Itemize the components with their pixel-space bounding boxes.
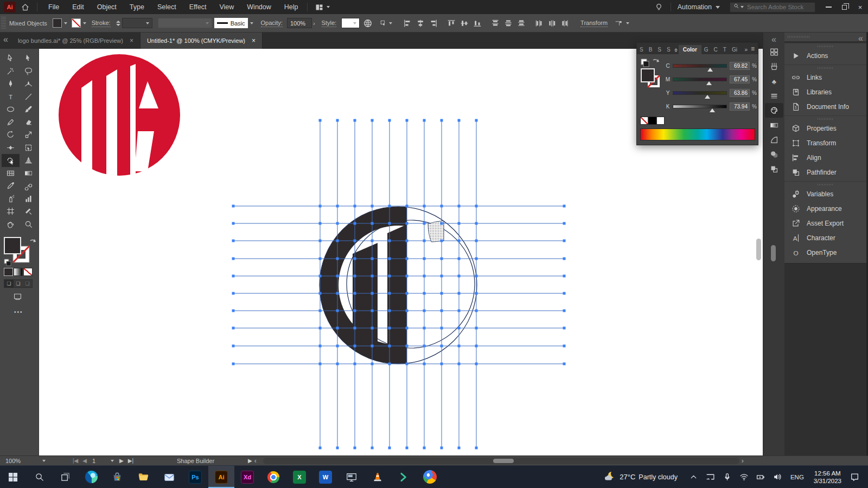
slider-thumb[interactable]: [707, 68, 713, 72]
style-label[interactable]: Style:: [322, 20, 337, 27]
channel-slider[interactable]: [673, 64, 727, 68]
close-tab-icon[interactable]: ×: [252, 37, 256, 44]
channel-slider[interactable]: [673, 91, 727, 95]
taskbar-edge-icon[interactable]: [78, 466, 104, 488]
hand-tool[interactable]: [2, 218, 20, 231]
stroke-color-dropdown[interactable]: [72, 18, 86, 28]
slider-thumb[interactable]: [705, 95, 710, 99]
fill-color-dropdown[interactable]: [53, 18, 67, 28]
line-segment-tool[interactable]: [20, 91, 37, 104]
panel-tab[interactable]: G: [701, 45, 711, 54]
width-tool[interactable]: [2, 142, 20, 155]
panel-item-actions[interactable]: Actions: [784, 48, 866, 63]
document-setup-icon[interactable]: [363, 18, 373, 28]
panel-tab[interactable]: S: [664, 45, 673, 54]
brush-definition-dropdown[interactable]: Basic: [214, 18, 248, 28]
menu-file[interactable]: File: [42, 0, 66, 14]
dock-gradient-icon[interactable]: [765, 118, 783, 132]
scroll-left-icon[interactable]: ‹: [254, 457, 257, 465]
dock-transparency-icon[interactable]: [765, 147, 783, 162]
wifi-icon[interactable]: [739, 472, 749, 481]
menu-select[interactable]: Select: [151, 0, 183, 14]
clock[interactable]: 12:56 AM 3/31/2023: [814, 470, 841, 485]
mesh-tool[interactable]: [2, 167, 20, 180]
panel-spin-icon[interactable]: [674, 48, 678, 52]
slice-tool[interactable]: [20, 205, 37, 218]
panel-tab[interactable]: Gi: [729, 45, 740, 54]
panel-item-variables[interactable]: Variables: [784, 187, 866, 201]
minimize-button[interactable]: [821, 0, 837, 14]
restore-button[interactable]: [837, 0, 852, 14]
panel-item-properties[interactable]: Properties: [784, 121, 866, 136]
zoom-level-dropdown[interactable]: 100%: [5, 458, 71, 464]
panel-grip[interactable]: [788, 36, 809, 38]
symbol-sprayer-tool[interactable]: [2, 192, 20, 206]
artboard-number-dropdown[interactable]: 1: [92, 458, 114, 464]
rotate-tool[interactable]: [2, 129, 20, 142]
taskbar-excel-icon[interactable]: X: [286, 466, 312, 488]
scale-tool[interactable]: [20, 129, 37, 142]
transform-each-icon[interactable]: [614, 19, 623, 28]
chevron-down-icon[interactable]: [250, 22, 253, 24]
previous-artboard-icon[interactable]: ◀: [82, 458, 87, 464]
style-dropdown[interactable]: [341, 18, 360, 28]
last-artboard-icon[interactable]: ▶|: [128, 458, 133, 464]
none-swatch[interactable]: [640, 117, 648, 125]
dock-symbols-icon[interactable]: ♣: [765, 74, 783, 88]
draw-normal-icon[interactable]: ❏: [4, 280, 14, 287]
panel-item-document-info[interactable]: Document Info: [784, 99, 866, 114]
home-icon[interactable]: [16, 0, 35, 14]
horizontal-distribute-left-button[interactable]: [533, 17, 546, 29]
screen-mode-icon[interactable]: [13, 292, 22, 303]
eraser-tool[interactable]: [20, 116, 37, 129]
magic-wand-tool[interactable]: [2, 65, 20, 78]
language-indicator[interactable]: ENG: [790, 474, 804, 480]
first-artboard-icon[interactable]: |◀: [73, 458, 78, 464]
panel-item-libraries[interactable]: Libraries: [784, 85, 866, 99]
column-graph-tool[interactable]: [20, 192, 37, 206]
black-swatch[interactable]: [648, 117, 656, 125]
vertical-scrollbar-thumb[interactable]: [756, 239, 761, 260]
menu-type[interactable]: Type: [123, 0, 151, 14]
selection-tool[interactable]: [2, 52, 20, 65]
dock-color-guide-icon[interactable]: [765, 132, 783, 147]
collapse-panels-icon[interactable]: «: [858, 34, 863, 41]
opacity-field[interactable]: 100%: [287, 18, 312, 28]
shape-builder-tool[interactable]: [2, 154, 20, 167]
gradient-tool[interactable]: [20, 167, 37, 180]
panel-item-character[interactable]: A Character: [784, 230, 866, 245]
panel-item-opentype[interactable]: O OpenType: [784, 245, 866, 260]
paintbrush-tool[interactable]: [20, 103, 37, 116]
dock-pathfinder-icon[interactable]: [765, 162, 783, 176]
vertical-align-top-button[interactable]: [445, 17, 458, 29]
panel-tab[interactable]: S: [637, 45, 646, 54]
menu-window[interactable]: Window: [240, 0, 277, 14]
vertical-align-bottom-button[interactable]: [471, 17, 484, 29]
pen-tool[interactable]: [2, 78, 20, 91]
slider-thumb[interactable]: [710, 108, 715, 112]
panel-item-align[interactable]: Align: [784, 150, 866, 165]
taskbar-start-icon[interactable]: [0, 466, 26, 488]
taskbar-vlc-icon[interactable]: [365, 466, 391, 488]
fill-stroke-proxy[interactable]: [640, 58, 664, 91]
menu-edit[interactable]: Edit: [66, 0, 91, 14]
stroke-weight-stepper[interactable]: [116, 20, 120, 27]
dock-artboards-icon[interactable]: [765, 44, 783, 59]
close-tab-icon[interactable]: ×: [130, 37, 133, 44]
panel-tab[interactable]: T: [720, 45, 729, 54]
vertical-distribute-bottom-button[interactable]: [515, 17, 528, 29]
channel-slider[interactable]: [673, 78, 727, 81]
lasso-tool[interactable]: [20, 65, 37, 78]
none-button[interactable]: [23, 268, 33, 276]
discover-lightbulb-icon[interactable]: [649, 0, 668, 14]
horizontal-scrollbar[interactable]: [263, 458, 739, 464]
panel-tab[interactable]: S: [655, 45, 664, 54]
gradient-button[interactable]: [14, 268, 23, 276]
eyedropper-tool[interactable]: [2, 179, 20, 192]
white-swatch[interactable]: [656, 117, 665, 125]
channel-value[interactable]: 73.94: [730, 102, 750, 111]
horizontal-align-right-button[interactable]: [427, 17, 440, 29]
tab-color[interactable]: Color: [679, 45, 701, 54]
channel-value[interactable]: 69.82: [730, 62, 750, 70]
blend-tool[interactable]: [20, 179, 37, 192]
